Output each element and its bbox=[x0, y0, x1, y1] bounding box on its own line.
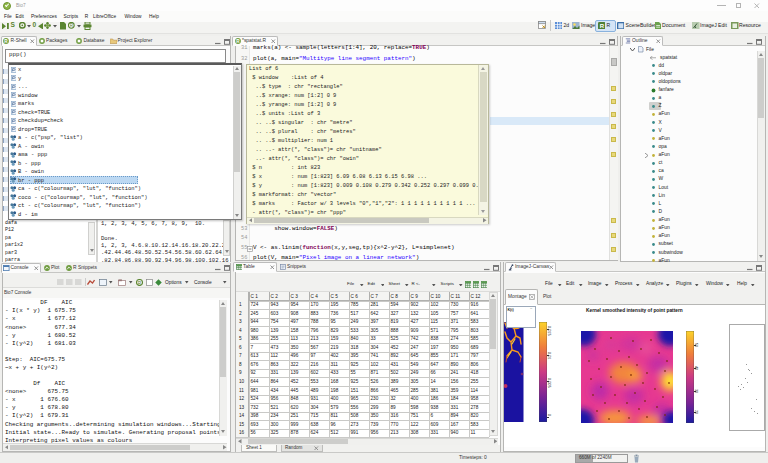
svg-text:R: R bbox=[599, 23, 604, 29]
